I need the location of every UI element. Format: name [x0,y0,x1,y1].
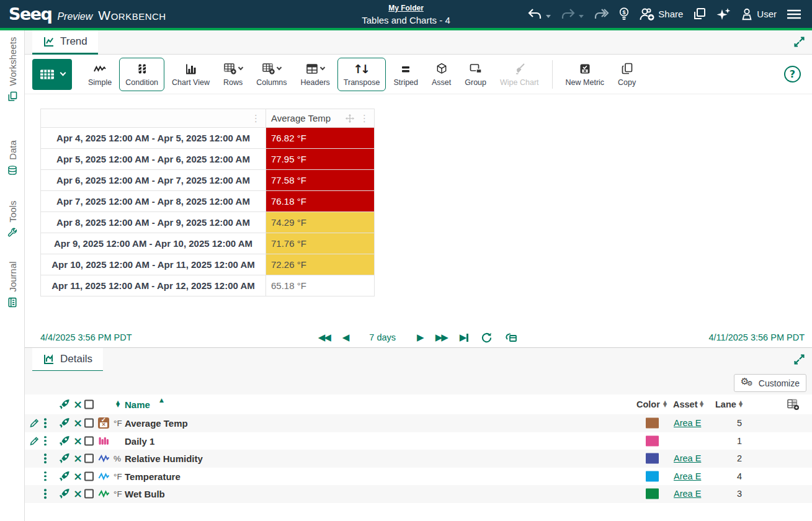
detail-row-temperature[interactable]: × °F Temperature Area E 4 [25,468,812,486]
step-back-button[interactable]: ◀ [342,332,349,343]
color-swatch[interactable] [646,435,659,446]
value-capture-button[interactable]: $ [618,7,630,22]
table-row[interactable]: Apr 9, 2025 12:00 AM - Apr 10, 2025 12:0… [41,233,375,254]
asset-link[interactable]: Area E [674,418,701,428]
table-row[interactable]: Apr 5, 2025 12:00 AM - Apr 6, 2025 12:00… [41,149,375,170]
step-forward-button[interactable]: ▶ [417,332,423,343]
wipe-chart-button[interactable]: Wipe Chart [494,58,545,91]
transpose-button[interactable]: ↑↓ Transpose [337,58,386,91]
rows-button[interactable]: Rows [217,58,249,91]
item-menu-icon[interactable] [44,436,47,446]
breadcrumb-my-folder[interactable]: My Folder [388,4,424,12]
asset-link[interactable]: Area E [674,471,701,481]
trend-expand-button[interactable] [793,35,806,48]
detail-row-daily-1[interactable]: × Daily 1 1 [25,432,812,450]
column-menu-icon[interactable]: ⋮ [251,113,261,124]
undo-button[interactable] [527,8,551,20]
asset-sort-icon[interactable]: ▲▼ [700,401,703,407]
hamburger-menu-button[interactable] [786,8,802,20]
investigate-icon[interactable] [58,435,70,447]
item-menu-icon[interactable] [44,489,47,499]
asset-link[interactable]: Area E [674,453,701,463]
worksheet-title[interactable]: Tables and Charts - 4 [362,15,450,25]
range-duration[interactable]: 7 days [369,332,396,342]
remove-item-icon[interactable]: × [73,435,83,447]
asset-link[interactable]: Area E [674,489,701,499]
value-column-header[interactable]: Average Temp ⋮ [266,109,375,128]
headers-button[interactable]: Headers [295,58,336,91]
lane-sort-icon[interactable]: ▲▼ [739,401,743,407]
copy-range-button[interactable] [505,331,519,344]
column-menu-icon[interactable]: ⋮ [360,113,369,124]
condition-mode-button[interactable]: Condition [119,58,164,91]
sidebar-item-journal[interactable]: Journal [7,261,18,308]
row-checkbox[interactable] [84,419,94,428]
copy-button[interactable]: Copy [612,58,642,91]
investigate-all-button[interactable] [58,399,70,411]
column-header-lane[interactable]: Lane [715,399,736,409]
name-sort-icon[interactable]: ▲▼ [116,401,120,407]
investigate-icon[interactable] [58,417,70,429]
table-row[interactable]: Apr 11, 2025 12:00 AM - Apr 12, 2025 12:… [41,275,375,296]
step-back-full-button[interactable]: ◀◀ [318,332,330,343]
column-header-name[interactable]: Name [125,399,150,410]
color-swatch[interactable] [646,471,659,481]
select-all-checkbox[interactable] [84,400,94,409]
table-row[interactable]: Apr 6, 2025 12:00 AM - Apr 7, 2025 12:00… [41,170,375,191]
item-menu-icon[interactable] [44,454,47,464]
column-header-color[interactable]: Color [636,399,660,409]
remove-all-button[interactable]: × [73,399,83,410]
row-checkbox[interactable] [84,454,94,463]
investigate-icon[interactable] [58,488,70,500]
chart-view-button[interactable]: Chart View [166,58,216,91]
table-row[interactable]: Apr 4, 2025 12:00 AM - Apr 5, 2025 12:00… [41,128,375,149]
column-header-asset[interactable]: Asset [673,399,698,409]
refresh-button[interactable] [481,332,493,344]
step-forward-full-button[interactable]: ▶▶ [435,332,447,343]
investigate-icon[interactable] [58,470,70,482]
add-column-button[interactable] [787,398,800,411]
detail-row-relative-humidity[interactable]: × % Relative Humidity Area E 2 [25,450,812,468]
sidebar-item-worksheets[interactable]: Worksheets [7,37,18,102]
remove-item-icon[interactable]: × [73,488,83,499]
color-swatch[interactable] [646,418,659,429]
share-button[interactable]: Share [639,7,683,21]
redo-button[interactable] [560,8,584,20]
table-row[interactable]: Apr 10, 2025 12:00 AM - Apr 11, 2025 12:… [41,254,375,275]
table-row[interactable]: Apr 7, 2025 12:00 AM - Apr 8, 2025 12:00… [41,191,375,212]
investigate-icon[interactable] [58,453,70,465]
color-swatch[interactable] [646,453,659,464]
fast-forward-button[interactable] [593,8,609,20]
remove-item-icon[interactable]: × [73,417,83,429]
item-menu-icon[interactable] [44,471,47,481]
edit-pencil-icon[interactable] [29,435,40,446]
sidebar-item-data[interactable]: Data [7,140,18,176]
duplicate-worksheet-button[interactable] [692,7,707,21]
table-view-selector-button[interactable] [32,59,72,90]
asset-button[interactable]: Asset [426,58,457,91]
striped-button[interactable]: Striped [387,58,424,91]
row-checkbox[interactable] [84,471,94,481]
step-to-now-button[interactable]: ▶ [460,332,469,343]
remove-item-icon[interactable]: × [73,471,83,482]
item-menu-icon[interactable] [44,419,47,429]
table-row[interactable]: Apr 8, 2025 12:00 AM - Apr 9, 2025 12:00… [41,212,375,233]
help-button[interactable]: ? [784,66,801,82]
detail-row-wet-bulb[interactable]: × °F Wet Bulb Area E 3 [25,485,812,503]
move-column-icon[interactable] [345,114,355,123]
color-swatch[interactable] [646,489,659,499]
row-checkbox[interactable] [84,489,94,499]
detail-row-average-temp[interactable]: × ✓✕ °F Average Temp Area E 5 [25,414,812,432]
sidebar-item-tools[interactable]: Tools [7,200,18,238]
row-header-column[interactable]: ⋮ [41,109,266,128]
customize-button[interactable]: ⚙⚙ Customize [734,374,806,392]
color-sort-icon[interactable]: ▲▼ [663,401,667,407]
group-button[interactable]: Group [458,58,493,91]
tab-details[interactable]: Details [32,348,103,372]
edit-pencil-icon[interactable] [29,418,40,429]
new-metric-button[interactable]: New Metric [560,58,611,91]
range-end-time[interactable]: 4/11/2025 3:56 PM PDT [709,332,805,342]
remove-item-icon[interactable]: × [73,453,83,464]
ai-assistant-button[interactable] [716,7,731,22]
details-expand-button[interactable] [793,353,806,366]
